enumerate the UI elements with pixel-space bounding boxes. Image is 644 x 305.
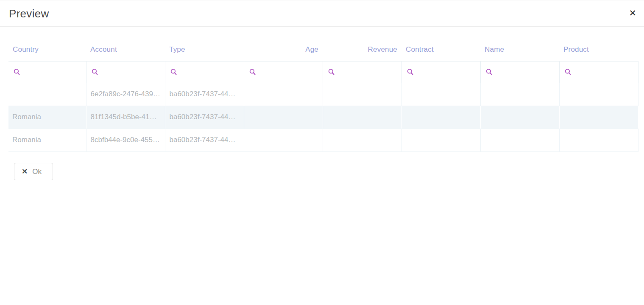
close-icon: ✕ xyxy=(629,8,636,18)
search-icon xyxy=(407,68,414,76)
search-icon xyxy=(91,68,99,76)
table-row[interactable]: Romania 8cbfb44e-9c0e-4552... ba60b23f-7… xyxy=(8,129,638,151)
cell-revenue xyxy=(323,129,401,151)
filter-cell-type[interactable] xyxy=(165,61,244,83)
column-header-product[interactable]: Product xyxy=(559,39,638,61)
cell-account: 6e2fa89c-2476-4396... xyxy=(86,83,165,106)
preview-data-grid: Country Account Type Age Revenue Contrac… xyxy=(8,39,638,152)
dialog-title: Preview xyxy=(9,7,49,20)
column-header-country[interactable]: Country xyxy=(8,39,86,61)
clear-x-icon: ✕ xyxy=(22,168,28,175)
cell-age xyxy=(244,129,323,151)
cell-product xyxy=(559,129,638,151)
ok-button[interactable]: ✕ Ok xyxy=(14,163,53,180)
cell-country: Romania xyxy=(8,129,86,151)
cell-type: ba60b23f-7437-44ee... xyxy=(165,106,244,129)
cell-type: ba60b23f-7437-44ee... xyxy=(165,83,244,106)
column-header-type[interactable]: Type xyxy=(165,39,244,61)
search-icon xyxy=(170,68,178,76)
search-icon xyxy=(249,68,256,76)
cell-age xyxy=(244,83,323,106)
cell-name xyxy=(480,129,559,151)
table-row[interactable]: Romania 81f1345d-b5be-4187... ba60b23f-7… xyxy=(8,106,638,129)
cell-country: Romania xyxy=(8,106,86,129)
preview-dialog: Preview ✕ Country Account Type Age Reven… xyxy=(0,0,644,180)
column-header-age[interactable]: Age xyxy=(244,39,323,61)
cell-contract xyxy=(401,106,480,129)
search-icon xyxy=(328,68,335,76)
cell-contract xyxy=(401,129,480,151)
filter-cell-contract[interactable] xyxy=(401,61,480,83)
filter-cell-product[interactable] xyxy=(559,61,638,83)
column-header-account[interactable]: Account xyxy=(86,39,165,61)
cell-age xyxy=(244,106,323,129)
search-icon xyxy=(485,68,493,76)
grid-header-row: Country Account Type Age Revenue Contrac… xyxy=(8,39,638,61)
cell-product xyxy=(559,83,638,106)
cell-country xyxy=(8,83,86,106)
cell-account: 8cbfb44e-9c0e-4552... xyxy=(86,129,165,151)
search-icon xyxy=(13,68,21,76)
ok-button-label: Ok xyxy=(32,168,42,175)
cell-type: ba60b23f-7437-44ee... xyxy=(165,129,244,151)
cell-product xyxy=(559,106,638,129)
column-header-revenue[interactable]: Revenue xyxy=(323,39,401,61)
cell-name xyxy=(480,106,559,129)
filter-cell-account[interactable] xyxy=(86,61,165,83)
filter-cell-age[interactable] xyxy=(244,61,323,83)
table-row[interactable]: 6e2fa89c-2476-4396... ba60b23f-7437-44ee… xyxy=(8,83,638,106)
cell-revenue xyxy=(323,106,401,129)
filter-cell-revenue[interactable] xyxy=(323,61,401,83)
cell-revenue xyxy=(323,83,401,106)
close-button[interactable]: ✕ xyxy=(627,8,638,18)
grid-filter-row xyxy=(8,61,638,83)
filter-cell-name[interactable] xyxy=(480,61,559,83)
column-header-contract[interactable]: Contract xyxy=(401,39,480,61)
search-icon xyxy=(564,68,572,76)
dialog-titlebar: Preview ✕ xyxy=(0,0,644,27)
column-header-name[interactable]: Name xyxy=(480,39,559,61)
cell-account: 81f1345d-b5be-4187... xyxy=(86,106,165,129)
cell-contract xyxy=(401,83,480,106)
cell-name xyxy=(480,83,559,106)
filter-cell-country[interactable] xyxy=(8,61,86,83)
